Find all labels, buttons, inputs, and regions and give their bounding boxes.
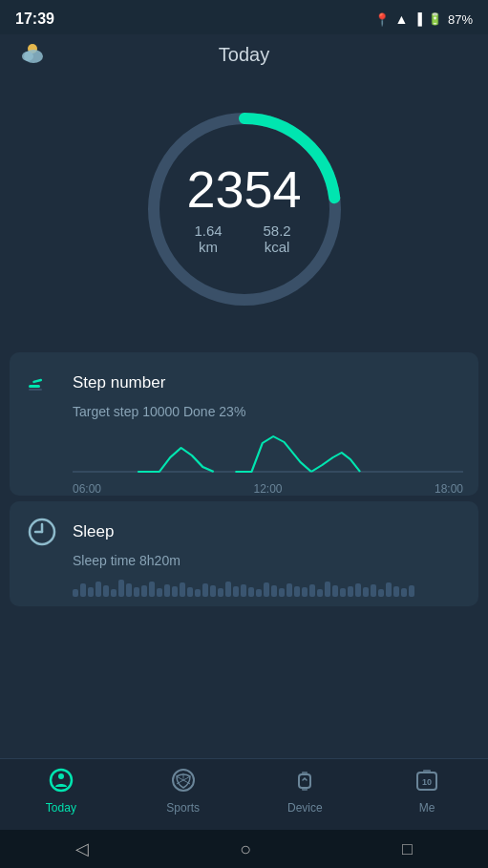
- sleep-icon: [25, 515, 59, 549]
- sleep-bar: [309, 584, 315, 597]
- sleep-bar: [401, 588, 407, 597]
- sleep-bar: [73, 589, 78, 597]
- status-bar: 17:39 📍 ▲ ▐ 🔋 87%: [0, 0, 488, 34]
- sleep-bar: [195, 589, 201, 597]
- recent-button[interactable]: □: [402, 839, 413, 859]
- sleep-bar: [225, 582, 231, 597]
- svg-rect-16: [302, 772, 308, 774]
- sleep-bar: [279, 588, 285, 597]
- nav-sports[interactable]: Sports: [122, 767, 244, 815]
- svg-text:10: 10: [422, 777, 432, 787]
- today-icon: [48, 767, 74, 797]
- status-icons: 📍 ▲ ▐ 🔋 87%: [374, 11, 473, 27]
- device-icon: [291, 767, 318, 797]
- sleep-bar: [149, 582, 155, 597]
- weather-icon: [15, 35, 50, 75]
- bottom-nav: Today Sports Device: [0, 758, 488, 830]
- step-chart: 06:00 12:00 18:00: [73, 429, 463, 486]
- sleep-bar: [134, 587, 139, 597]
- battery-percent: 87%: [448, 12, 473, 27]
- sleep-bar: [103, 585, 109, 597]
- sleep-bar: [256, 589, 262, 597]
- sleep-bar: [371, 584, 376, 597]
- sleep-bar: [241, 584, 246, 597]
- android-nav-bar: ◁ ○ □: [0, 830, 488, 868]
- wifi-icon: ▲: [395, 11, 409, 27]
- sleep-bar: [355, 583, 361, 597]
- home-button[interactable]: ○: [240, 838, 251, 860]
- chart-label-18: 18:00: [435, 482, 463, 496]
- sleep-card-subtitle: Sleep time 8h20m: [73, 553, 463, 568]
- me-icon: 10: [414, 767, 440, 797]
- sleep-bar: [157, 588, 162, 597]
- nav-me-label: Me: [419, 801, 435, 815]
- calories-stat: 58.2 kcal: [253, 222, 302, 255]
- chart-labels: 06:00 12:00 18:00: [73, 482, 463, 496]
- sleep-bar: [172, 586, 178, 597]
- sleep-bar: [218, 588, 223, 597]
- back-button[interactable]: ◁: [75, 838, 89, 859]
- sleep-bar: [286, 583, 292, 597]
- cards-section: Step number Target step 10000 Done 23% 0…: [0, 352, 488, 606]
- sleep-bar: [248, 587, 254, 597]
- sleep-bar: [141, 585, 147, 597]
- sleep-bar: [409, 585, 414, 597]
- circle-inner: 2354 1.64 km 58.2 kcal: [186, 163, 301, 255]
- chart-label-06: 06:00: [73, 482, 101, 496]
- sleep-bar: [88, 587, 94, 597]
- sleep-bar: [187, 587, 193, 597]
- svg-rect-20: [423, 770, 431, 773]
- step-card-title: Step number: [73, 373, 165, 392]
- sleep-bar: [393, 586, 399, 597]
- sleep-bar: [348, 586, 353, 597]
- chart-label-12: 12:00: [253, 482, 282, 496]
- step-circle-section: 2354 1.64 km 58.2 kcal: [0, 75, 488, 352]
- svg-rect-7: [29, 389, 42, 391]
- status-time: 17:39: [15, 11, 54, 28]
- sleep-bar: [302, 587, 308, 597]
- sleep-card-title: Sleep: [73, 522, 114, 541]
- sleep-bar: [378, 589, 384, 597]
- sports-icon: [170, 767, 197, 797]
- sleep-bar: [340, 588, 346, 597]
- step-card-header: Step number: [25, 366, 463, 400]
- location-icon: 📍: [374, 12, 390, 27]
- sleep-bar: [126, 583, 132, 597]
- svg-rect-5: [29, 385, 40, 388]
- circle-stats: 1.64 km 58.2 kcal: [186, 222, 301, 255]
- svg-point-13: [58, 773, 64, 779]
- sleep-bars: [73, 578, 463, 597]
- svg-rect-15: [299, 774, 310, 788]
- nav-me[interactable]: 10 Me: [366, 767, 488, 815]
- distance-stat: 1.64 km: [186, 222, 229, 255]
- nav-today[interactable]: Today: [0, 767, 122, 815]
- step-card-subtitle: Target step 10000 Done 23%: [73, 404, 463, 419]
- sleep-bar: [118, 580, 124, 597]
- signal-icon: ▐: [414, 12, 422, 26]
- sleep-bar: [317, 589, 323, 597]
- nav-device-label: Device: [287, 801, 323, 815]
- step-card: Step number Target step 10000 Done 23% 0…: [10, 352, 478, 496]
- sleep-bar: [180, 582, 185, 597]
- sleep-card: Sleep Sleep time 8h20m: [10, 501, 478, 606]
- svg-point-12: [51, 770, 72, 791]
- sleep-card-header: Sleep: [25, 515, 463, 549]
- sleep-bar: [164, 584, 170, 597]
- nav-device[interactable]: Device: [244, 767, 367, 815]
- sleep-bar: [233, 586, 239, 597]
- svg-rect-6: [32, 378, 42, 383]
- sleep-bar: [363, 587, 369, 597]
- svg-point-2: [22, 52, 33, 61]
- sleep-bar: [325, 582, 330, 597]
- sleep-bar: [202, 583, 208, 597]
- sleep-bar: [111, 589, 117, 597]
- sleep-bar: [95, 582, 101, 597]
- sleep-bar: [210, 585, 216, 597]
- sleep-bar: [294, 586, 300, 597]
- sleep-bar: [80, 583, 86, 597]
- sleep-bar: [386, 582, 392, 597]
- nav-sports-label: Sports: [166, 801, 200, 815]
- nav-today-label: Today: [46, 801, 76, 815]
- page-title: Today: [219, 44, 269, 66]
- steps-count: 2354: [186, 163, 301, 215]
